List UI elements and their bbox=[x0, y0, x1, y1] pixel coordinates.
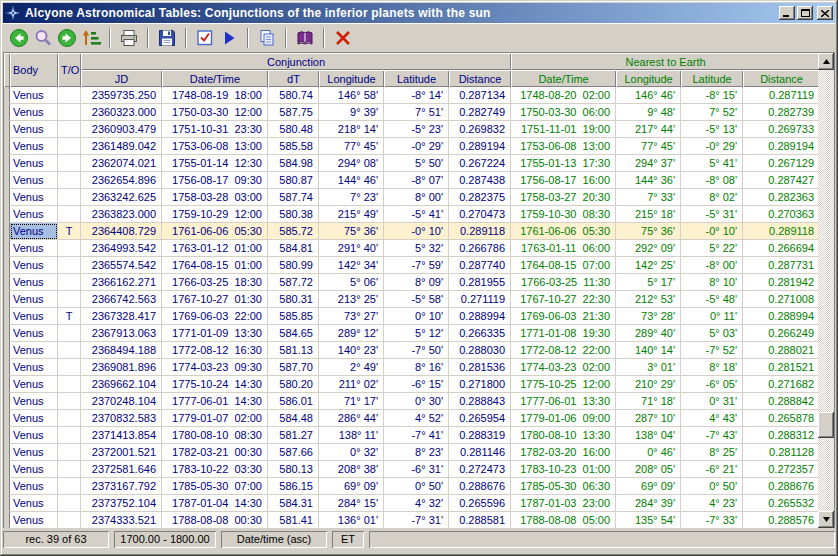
table-cell[interactable]: 1767-10-27 01:30 bbox=[162, 291, 268, 308]
table-cell[interactable]: 1787-01-04 14:30 bbox=[162, 495, 268, 512]
table-cell[interactable]: -0° 10' bbox=[681, 223, 743, 240]
table-row[interactable]: Venus2362074.0211755-01-14 12:30584.9829… bbox=[4, 155, 820, 172]
table-row[interactable]: VenusT2367328.4171769-06-03 22:00585.857… bbox=[4, 308, 820, 325]
table-cell[interactable]: 585.58 bbox=[268, 138, 319, 155]
table-cell[interactable]: -5° 13' bbox=[681, 121, 743, 138]
table-cell[interactable]: 0.288021 bbox=[743, 342, 820, 359]
table-cell[interactable]: 0° 46' bbox=[616, 444, 681, 461]
table-cell[interactable]: 581.13 bbox=[268, 342, 319, 359]
table-cell[interactable]: 2362654.896 bbox=[81, 172, 162, 189]
table-cell[interactable]: 2° 49' bbox=[319, 359, 384, 376]
table-cell[interactable]: Venus bbox=[10, 393, 58, 410]
table-cell[interactable]: 1764-08-15 01:00 bbox=[162, 257, 268, 274]
table-cell[interactable] bbox=[58, 257, 81, 274]
table-cell[interactable]: -0° 29' bbox=[681, 138, 743, 155]
table-cell[interactable]: 284° 39' bbox=[616, 495, 681, 512]
table-cell[interactable] bbox=[58, 155, 81, 172]
table-cell[interactable]: 75° 36' bbox=[319, 223, 384, 240]
table-cell[interactable]: Venus bbox=[10, 257, 58, 274]
table-row[interactable]: Venus2361489.0421753-06-08 13:00585.5877… bbox=[4, 138, 820, 155]
table-cell[interactable]: 1751-10-31 23:30 bbox=[162, 121, 268, 138]
table-cell[interactable] bbox=[58, 393, 81, 410]
table-cell[interactable]: -5° 58' bbox=[384, 291, 449, 308]
table-cell[interactable]: 0.265596 bbox=[449, 495, 511, 512]
table-cell[interactable]: 0.271800 bbox=[449, 376, 511, 393]
scrollbar-thumb[interactable] bbox=[818, 412, 834, 438]
table-row[interactable]: Venus2372001.5211782-03-21 00:30587.660°… bbox=[4, 444, 820, 461]
table-cell[interactable]: 2370248.104 bbox=[81, 393, 162, 410]
table-cell[interactable]: 0.266249 bbox=[743, 325, 820, 342]
table-row[interactable]: Venus2362654.8961756-08-17 09:30580.8714… bbox=[4, 172, 820, 189]
table-cell[interactable]: 208° 05' bbox=[616, 461, 681, 478]
table-cell[interactable]: 138° 11' bbox=[319, 427, 384, 444]
table-cell[interactable]: Venus bbox=[10, 206, 58, 223]
table-cell[interactable] bbox=[58, 138, 81, 155]
table-cell[interactable]: 73° 28' bbox=[616, 308, 681, 325]
table-cell[interactable]: 5° 50' bbox=[384, 155, 449, 172]
table-cell[interactable]: 587.72 bbox=[268, 274, 319, 291]
table-cell[interactable]: 1753-06-08 13:00 bbox=[511, 138, 616, 155]
table-cell[interactable]: Venus bbox=[10, 376, 58, 393]
table-cell[interactable]: 584.65 bbox=[268, 325, 319, 342]
scroll-up-button[interactable] bbox=[818, 53, 834, 70]
table-cell[interactable]: 291° 40' bbox=[319, 240, 384, 257]
table-row[interactable]: Venus2371413.8541780-08-10 08:30581.2713… bbox=[4, 427, 820, 444]
table-cell[interactable]: 0.289194 bbox=[449, 138, 511, 155]
table-cell[interactable]: 0.265532 bbox=[743, 495, 820, 512]
table-cell[interactable]: -7° 41' bbox=[384, 427, 449, 444]
table-cell[interactable]: 0.269733 bbox=[743, 121, 820, 138]
table-cell[interactable]: 215° 18' bbox=[616, 206, 681, 223]
table-cell[interactable]: 286° 44' bbox=[319, 410, 384, 427]
table-cell[interactable]: 1748-08-19 18:00 bbox=[162, 87, 268, 104]
checklist-button[interactable] bbox=[193, 26, 217, 50]
table-cell[interactable]: -6° 21' bbox=[681, 461, 743, 478]
table-row[interactable]: Venus2359735.2501748-08-19 18:00580.7414… bbox=[4, 87, 820, 104]
table-cell[interactable]: 1763-01-11 06:00 bbox=[511, 240, 616, 257]
minimize-button[interactable] bbox=[779, 6, 795, 20]
table-cell[interactable]: 8° 00' bbox=[384, 189, 449, 206]
table-cell[interactable]: 77° 45' bbox=[319, 138, 384, 155]
table-cell[interactable]: 284° 15' bbox=[319, 495, 384, 512]
table-cell[interactable]: 69° 09' bbox=[319, 478, 384, 495]
book-button[interactable] bbox=[293, 26, 317, 50]
table-cell[interactable]: 0.281942 bbox=[743, 274, 820, 291]
table-cell[interactable]: 580.99 bbox=[268, 257, 319, 274]
table-cell[interactable]: 0° 32' bbox=[319, 444, 384, 461]
table-cell[interactable]: -5° 48' bbox=[681, 291, 743, 308]
table-cell[interactable]: 1759-10-30 08:30 bbox=[511, 206, 616, 223]
table-cell[interactable]: 0.266694 bbox=[743, 240, 820, 257]
table-cell[interactable]: 5° 17' bbox=[616, 274, 681, 291]
table-cell[interactable]: 1766-03-25 11:30 bbox=[511, 274, 616, 291]
table-cell[interactable]: 0.282375 bbox=[449, 189, 511, 206]
print-button[interactable] bbox=[117, 26, 141, 50]
table-cell[interactable]: 0° 11' bbox=[681, 308, 743, 325]
table-cell[interactable]: 1782-03-20 16:00 bbox=[511, 444, 616, 461]
table-cell[interactable]: Venus bbox=[10, 444, 58, 461]
table-row[interactable]: Venus2369662.1041775-10-24 14:30580.2021… bbox=[4, 376, 820, 393]
table-cell[interactable]: -7° 59' bbox=[384, 257, 449, 274]
table-cell[interactable] bbox=[58, 359, 81, 376]
table-cell[interactable]: 0.288843 bbox=[449, 393, 511, 410]
column-header-conjunction[interactable]: Date/Time bbox=[162, 70, 268, 87]
table-cell[interactable]: -5° 23' bbox=[384, 121, 449, 138]
table-cell[interactable]: 0.287438 bbox=[449, 172, 511, 189]
table-cell[interactable]: 1756-08-17 16:00 bbox=[511, 172, 616, 189]
column-header-conjunction[interactable]: dT bbox=[268, 70, 319, 87]
delete-button[interactable] bbox=[331, 26, 355, 50]
table-cell[interactable]: 584.31 bbox=[268, 495, 319, 512]
table-cell[interactable]: 0.282749 bbox=[449, 104, 511, 121]
table-row[interactable]: Venus2373167.7921785-05-30 07:00586.1569… bbox=[4, 478, 820, 495]
table-cell[interactable]: 2371413.854 bbox=[81, 427, 162, 444]
table-cell[interactable]: 2373167.792 bbox=[81, 478, 162, 495]
table-row[interactable]: VenusT2364408.7291761-06-06 05:30585.727… bbox=[4, 223, 820, 240]
table-cell[interactable]: 7° 33' bbox=[616, 189, 681, 206]
table-cell[interactable]: 0.272357 bbox=[743, 461, 820, 478]
column-header-body[interactable]: Body bbox=[10, 53, 58, 87]
table-cell[interactable]: Venus bbox=[10, 155, 58, 172]
forward-button[interactable] bbox=[55, 26, 79, 50]
table-cell[interactable]: Venus bbox=[10, 325, 58, 342]
table-cell[interactable]: Venus bbox=[10, 87, 58, 104]
table-cell[interactable]: Venus bbox=[10, 274, 58, 291]
table-cell[interactable]: 9° 39' bbox=[319, 104, 384, 121]
column-header-conjunction[interactable]: Distance bbox=[449, 70, 511, 87]
